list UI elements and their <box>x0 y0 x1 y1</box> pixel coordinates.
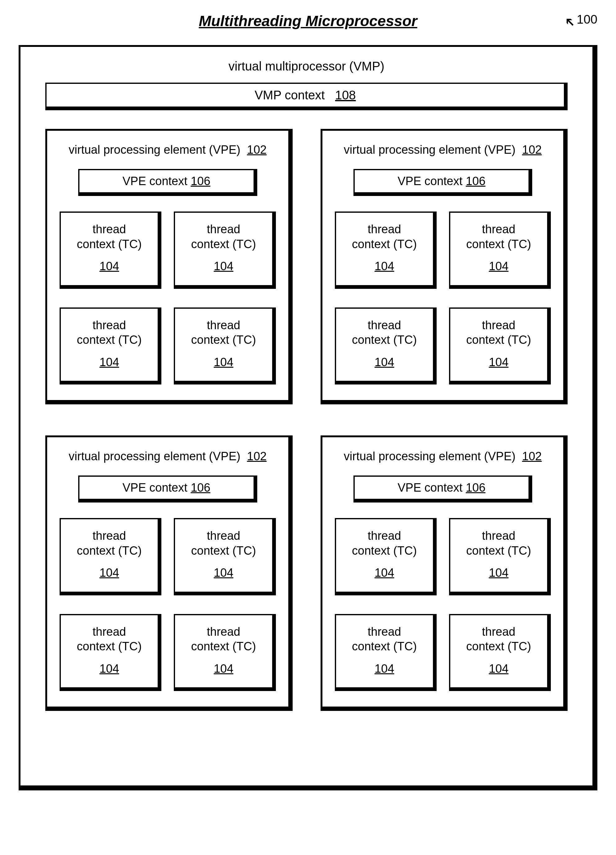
tc-block: threadcontext (TC)104 <box>335 518 437 595</box>
vpe-title: virtual processing element (VPE) 102 <box>335 450 551 463</box>
tc-ref: 104 <box>489 355 508 370</box>
tc-line2: context (TC) <box>191 639 256 654</box>
vpe-title-ref: 102 <box>247 450 267 463</box>
vpe-context-block: VPE context 106 <box>353 475 532 503</box>
tc-line1: thread <box>368 318 401 333</box>
tc-ref: 104 <box>214 355 233 370</box>
tc-block: threadcontext (TC)104 <box>60 614 161 691</box>
tc-ref: 104 <box>489 565 508 581</box>
vpe-context-label: VPE context <box>397 481 462 494</box>
tc-line2: context (TC) <box>466 639 531 654</box>
tc-line1: thread <box>207 529 240 544</box>
tc-line2: context (TC) <box>466 544 531 558</box>
tc-block: threadcontext (TC)104 <box>174 518 275 595</box>
tc-grid: threadcontext (TC)104threadcontext (TC)1… <box>60 211 276 385</box>
vmp-block: virtual multiprocessor (VMP) VMP context… <box>18 45 598 791</box>
vpe-block: virtual processing element (VPE) 102VPE … <box>45 435 293 711</box>
tc-line1: thread <box>368 222 401 237</box>
ref-arrow-icon: ➔ <box>561 13 578 31</box>
tc-block: threadcontext (TC)104 <box>335 308 437 385</box>
tc-ref: 104 <box>374 259 394 274</box>
vmp-context-label: VMP context <box>254 88 325 102</box>
vpe-context-label: VPE context <box>122 481 188 494</box>
tc-line2: context (TC) <box>191 237 256 252</box>
vpe-context-block: VPE context 106 <box>78 169 257 196</box>
tc-ref: 104 <box>99 259 119 274</box>
vpe-title-label: virtual processing element (VPE) <box>69 143 240 156</box>
reference-100: ➔ 100 <box>564 12 598 27</box>
vmp-context-block: VMP context 108 <box>45 83 568 110</box>
vmp-context-ref: 108 <box>335 88 356 102</box>
tc-line2: context (TC) <box>77 332 142 348</box>
tc-line1: thread <box>92 529 126 544</box>
tc-line1: thread <box>207 222 240 237</box>
vpe-title-label: virtual processing element (VPE) <box>69 450 240 463</box>
vpe-title-label: virtual processing element (VPE) <box>344 143 515 156</box>
tc-ref: 104 <box>214 565 233 581</box>
tc-block: threadcontext (TC)104 <box>335 614 437 691</box>
vpe-title: virtual processing element (VPE) 102 <box>335 143 551 156</box>
tc-ref: 104 <box>374 662 394 676</box>
tc-line1: thread <box>368 529 401 544</box>
vpe-title-ref: 102 <box>247 143 267 156</box>
tc-line2: context (TC) <box>352 544 417 558</box>
tc-line2: context (TC) <box>466 237 531 252</box>
vpe-title-ref: 102 <box>522 143 541 156</box>
vpe-title-label: virtual processing element (VPE) <box>344 450 515 463</box>
vpe-title: virtual processing element (VPE) 102 <box>60 450 276 463</box>
tc-line2: context (TC) <box>352 332 417 348</box>
tc-block: threadcontext (TC)104 <box>449 211 551 289</box>
tc-block: threadcontext (TC)104 <box>335 211 437 289</box>
tc-grid: threadcontext (TC)104threadcontext (TC)1… <box>335 518 551 691</box>
vpe-context-label: VPE context <box>397 175 462 188</box>
vpe-context-label: VPE context <box>122 175 188 188</box>
vpe-context-ref: 106 <box>191 481 210 494</box>
tc-line2: context (TC) <box>191 544 256 558</box>
vpe-title-ref: 102 <box>522 450 541 463</box>
vpe-block: virtual processing element (VPE) 102VPE … <box>45 129 293 405</box>
tc-ref: 104 <box>214 259 233 274</box>
tc-line1: thread <box>482 529 515 544</box>
tc-block: threadcontext (TC)104 <box>60 518 161 595</box>
tc-line1: thread <box>207 318 240 333</box>
tc-line1: thread <box>368 625 401 639</box>
tc-line2: context (TC) <box>352 237 417 252</box>
tc-ref: 104 <box>99 662 119 676</box>
tc-grid: threadcontext (TC)104threadcontext (TC)1… <box>60 518 276 691</box>
tc-ref: 104 <box>374 565 394 581</box>
vpe-block: virtual processing element (VPE) 102VPE … <box>321 129 568 405</box>
reference-number: 100 <box>576 12 598 26</box>
tc-line1: thread <box>482 318 515 333</box>
tc-ref: 104 <box>489 259 508 274</box>
tc-ref: 104 <box>99 565 119 581</box>
tc-ref: 104 <box>374 355 394 370</box>
vpe-block: virtual processing element (VPE) 102VPE … <box>321 435 568 711</box>
vpe-context-ref: 106 <box>466 481 485 494</box>
tc-line1: thread <box>482 625 515 639</box>
tc-block: threadcontext (TC)104 <box>174 614 275 691</box>
tc-line1: thread <box>92 625 126 639</box>
tc-line2: context (TC) <box>191 332 256 348</box>
tc-line1: thread <box>207 625 240 639</box>
tc-line2: context (TC) <box>352 639 417 654</box>
tc-line1: thread <box>92 222 126 237</box>
tc-grid: threadcontext (TC)104threadcontext (TC)1… <box>335 211 551 385</box>
vpe-context-ref: 106 <box>466 175 485 188</box>
tc-line2: context (TC) <box>77 544 142 558</box>
tc-line1: thread <box>482 222 515 237</box>
vpe-title: virtual processing element (VPE) 102 <box>60 143 276 156</box>
tc-ref: 104 <box>214 662 233 676</box>
tc-block: threadcontext (TC)104 <box>174 308 275 385</box>
vpe-context-block: VPE context 106 <box>353 169 532 196</box>
vpe-context-block: VPE context 106 <box>78 475 257 503</box>
tc-line1: thread <box>92 318 126 333</box>
tc-line2: context (TC) <box>466 332 531 348</box>
tc-ref: 104 <box>489 662 508 676</box>
tc-block: threadcontext (TC)104 <box>174 211 275 289</box>
tc-block: threadcontext (TC)104 <box>449 614 551 691</box>
tc-block: threadcontext (TC)104 <box>60 308 161 385</box>
tc-line2: context (TC) <box>77 639 142 654</box>
vpe-context-ref: 106 <box>191 175 210 188</box>
tc-block: threadcontext (TC)104 <box>60 211 161 289</box>
tc-block: threadcontext (TC)104 <box>449 518 551 595</box>
